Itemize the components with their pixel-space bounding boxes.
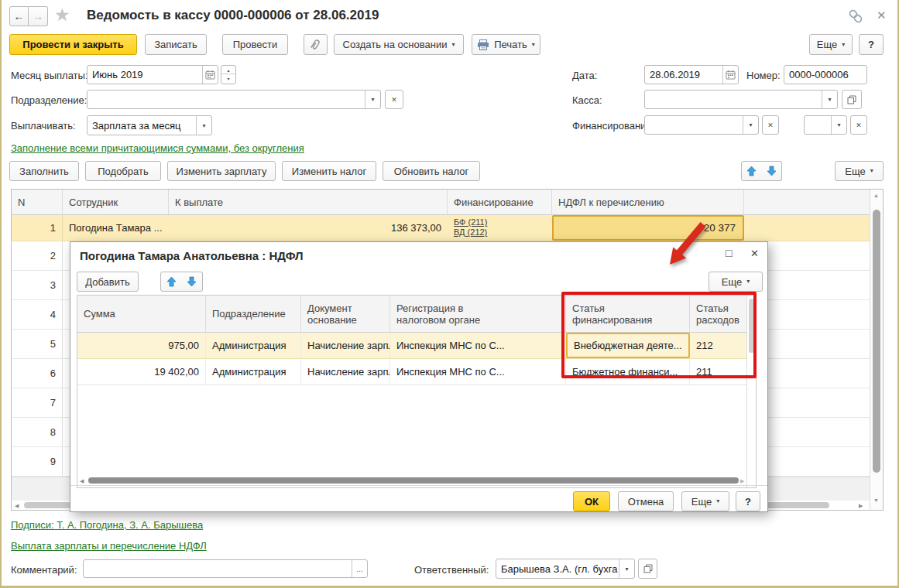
financing-clear-button-2[interactable]: ✕ [850, 115, 867, 135]
financing-item-cell[interactable]: Бюджетное финанси... [566, 359, 690, 385]
financing-clear-button[interactable]: ✕ [762, 115, 779, 135]
department-field[interactable]: ▾ [87, 90, 381, 109]
post-and-close-button[interactable]: Провести и закрыть [9, 34, 137, 55]
scroll-down-icon[interactable]: ▼ [873, 497, 879, 503]
tax-registration-cell[interactable]: Инспекция МНС по С... [390, 359, 566, 385]
financing-field-2[interactable]: ▾ [804, 115, 847, 135]
move-up-button[interactable] [741, 161, 762, 181]
fill-button[interactable]: Заполнить [9, 161, 79, 181]
comment-field[interactable]: ... [83, 559, 368, 578]
expense-item-cell[interactable]: 212 [690, 333, 748, 358]
post-button[interactable]: Провести [222, 34, 288, 55]
col-header-tax-registration[interactable]: Регистрация в налоговом органе [390, 296, 566, 332]
change-tax-button[interactable]: Изменить налог [282, 161, 376, 181]
department-clear-button[interactable]: ✕ [385, 90, 403, 109]
payout-month-field[interactable]: Июнь 2019 [87, 65, 218, 84]
col-header-department[interactable]: Подразделение [206, 296, 301, 332]
cancel-button[interactable]: Отмена [618, 491, 674, 511]
expense-item-cell[interactable]: 211 [690, 359, 748, 385]
scrollbar-thumb[interactable] [88, 477, 739, 484]
dropdown-arrow-icon[interactable]: ▾ [743, 116, 758, 134]
dropdown-arrow-icon[interactable]: ▾ [365, 91, 380, 108]
col-header-ndfl[interactable]: НДФЛ к перечислению [552, 190, 744, 214]
signatures-link[interactable]: Подписи: Т. А. Погодина, З. А. Барышева [11, 519, 203, 531]
pick-button[interactable]: Подобрать [85, 161, 161, 181]
move-down-button[interactable] [761, 161, 782, 181]
refresh-tax-button[interactable]: Обновить налог [383, 161, 480, 181]
favorite-star-icon[interactable]: ★ [54, 5, 70, 26]
col-header-employee[interactable]: Сотрудник [63, 190, 169, 214]
forward-button[interactable]: → [29, 6, 48, 26]
calendar-icon[interactable] [202, 66, 218, 84]
dropdown-arrow-icon[interactable]: ▾ [196, 116, 211, 135]
create-based-on-button[interactable]: Создать на основании▾ [334, 34, 464, 55]
fill-mode-link[interactable]: Заполнение всеми причитающимися суммами,… [11, 142, 304, 154]
scroll-right-icon[interactable]: ▶ [740, 478, 744, 484]
dialog-move-down-button[interactable] [181, 272, 203, 292]
dialog-table-row[interactable]: 975,00 Администрация Начисление зарпл...… [77, 333, 746, 359]
dialog-close-icon[interactable]: ✕ [750, 248, 759, 259]
scrollbar-thumb[interactable] [873, 210, 880, 473]
sum-cell[interactable]: 975,00 [77, 333, 206, 358]
col-header-expense-item[interactable]: Статья расходов [690, 296, 748, 332]
toolbar-more-button[interactable]: Еще▾ [809, 34, 853, 55]
financing-link-bf[interactable]: БФ (211) [454, 217, 487, 227]
department-cell[interactable]: Администрация [206, 333, 301, 358]
col-header-financing[interactable]: Финансирование [448, 190, 552, 214]
write-button[interactable]: Записать [145, 34, 207, 55]
get-link-icon[interactable] [847, 8, 864, 28]
change-salary-button[interactable]: Изменить зарплату [167, 161, 276, 181]
operation-link[interactable]: Выплата зарплаты и перечисление НДФЛ [11, 540, 207, 552]
scroll-left-icon[interactable]: ◀ [80, 478, 84, 484]
ndfl-cell-selected[interactable]: 20 377 [552, 215, 744, 241]
attachments-button[interactable] [304, 34, 328, 55]
base-doc-cell[interactable]: Начисление зарпл... [301, 359, 390, 385]
dialog-table-row[interactable]: 19 402,00 Администрация Начисление зарпл… [77, 359, 746, 385]
ellipsis-icon[interactable]: ... [352, 560, 367, 577]
to-pay-cell[interactable]: 136 373,00 [169, 222, 441, 234]
employee-cell[interactable]: Погодина Тамара ... [69, 222, 163, 234]
calendar-icon[interactable] [722, 66, 738, 84]
dialog-help-button[interactable]: ? [736, 491, 760, 511]
dialog-footer-more-button[interactable]: Еще▾ [681, 491, 729, 511]
add-button[interactable]: Добавить [77, 272, 139, 292]
dropdown-arrow-icon[interactable]: ▾ [822, 91, 837, 108]
dropdown-arrow-icon[interactable]: ▾ [619, 559, 634, 578]
dialog-move-up-button[interactable] [160, 272, 182, 292]
col-header-sum[interactable]: Сумма [77, 296, 206, 332]
scroll-left-icon[interactable]: ◀ [15, 503, 19, 508]
vertical-scrollbar[interactable]: ▲ ▼ [870, 190, 883, 510]
pay-type-combo[interactable]: Зарплата за месяц ▾ [87, 115, 212, 135]
scroll-up-icon[interactable]: ▲ [873, 193, 879, 198]
table-row[interactable]: 1 Погодина Тамара ... 136 373,00 БФ (211… [12, 215, 870, 241]
back-button[interactable]: ← [9, 6, 29, 26]
scrollbar-thumb[interactable] [749, 299, 754, 353]
col-header-n[interactable]: N [12, 190, 63, 214]
dropdown-arrow-icon[interactable]: ▾ [831, 116, 846, 134]
cashdesk-field[interactable]: ▾ [644, 90, 838, 109]
tax-registration-cell[interactable]: Инспекция МНС по С... [390, 333, 566, 358]
col-header-base-doc[interactable]: Документ основание [301, 296, 390, 332]
dialog-more-button[interactable]: Еще▾ [709, 272, 763, 292]
spinner-up-icon[interactable]: ▴ [221, 66, 235, 74]
col-header-to-pay[interactable]: К выплате [169, 190, 448, 214]
print-button[interactable]: Печать▾ [472, 34, 540, 55]
list-more-button[interactable]: Еще▾ [835, 161, 884, 181]
financing-item-cell-selected[interactable]: Внебюджетная деяте... [566, 333, 690, 358]
responsible-combo[interactable]: Барышева З.А. (гл. бухга ▾ [496, 559, 635, 579]
department-cell[interactable]: Администрация [206, 359, 301, 385]
dialog-horizontal-scrollbar[interactable]: ◀ ▶ [77, 475, 746, 486]
ok-button[interactable]: ОК [573, 491, 610, 511]
dialog-vertical-scrollbar[interactable] [746, 296, 756, 487]
month-spinner[interactable]: ▴ ▾ [221, 65, 236, 84]
col-header-financing-item[interactable]: Статья финансирования [566, 296, 690, 332]
maximize-icon[interactable]: □ [726, 247, 732, 259]
financing-link-vd[interactable]: ВД (212) [454, 227, 487, 238]
spinner-down-icon[interactable]: ▾ [221, 74, 235, 83]
responsible-open-button[interactable] [638, 559, 657, 579]
number-field[interactable]: 0000-000006 [784, 65, 867, 84]
scroll-right-icon[interactable]: ▶ [859, 503, 863, 508]
base-doc-cell[interactable]: Начисление зарпл... [301, 333, 390, 358]
cashdesk-open-button[interactable] [842, 90, 862, 109]
sum-cell[interactable]: 19 402,00 [77, 359, 206, 385]
